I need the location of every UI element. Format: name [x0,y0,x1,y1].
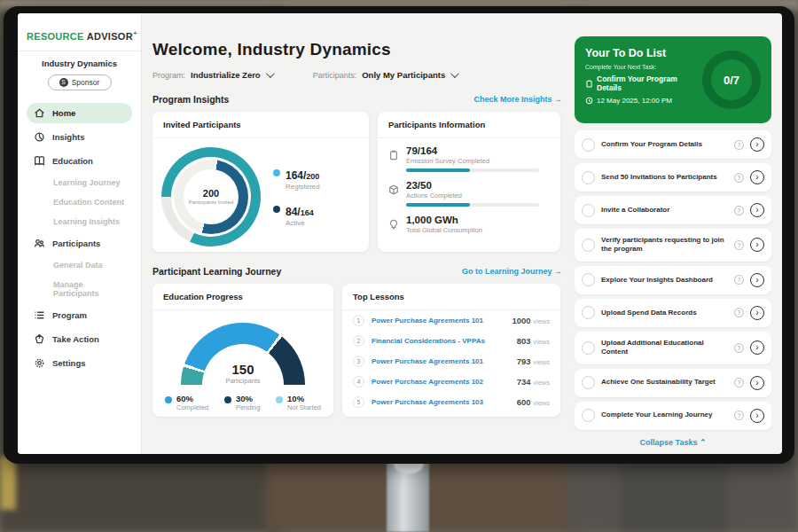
sponsor-badge[interactable]: S Sponsor [48,74,112,90]
task-checkbox[interactable] [582,306,595,319]
progress-track [406,168,539,172]
actions-icon [388,183,399,193]
lesson-rank: 2 [353,335,364,347]
lesson-row: 5 Power Purchase Agreements 103 600 view… [342,392,560,412]
help-icon[interactable]: ? [734,308,744,317]
help-icon[interactable]: ? [734,240,744,250]
dashboard-screen: RESOURCE ADVISOR+ Industry Dynamics S Sp… [18,13,782,454]
program-filter[interactable]: Program: Industrialize Zero [153,70,272,80]
todo-summary-card: Your To Do List Complete Your Next Task:… [575,36,771,123]
sidebar-item-education-content[interactable]: Education Content [27,193,132,211]
task-explore-insights[interactable]: Explore Your Insights Dashboard ? › [575,266,771,294]
legend-dot [224,396,231,403]
lesson-rank: 5 [353,396,364,408]
lesson-row: 4 Power Purchase Agreements 102 734 view… [342,372,560,392]
help-icon[interactable]: ? [734,275,744,285]
sidebar-item-home[interactable]: Home [27,103,132,123]
brand-logo: RESOURCE ADVISOR+ [27,29,132,42]
divider [18,51,141,51]
todo-summary-text: Your To Do List Complete Your Next Task:… [585,47,702,113]
sidebar-item-participants[interactable]: Participants [27,233,132,254]
chevron-right-icon[interactable]: › [750,273,764,287]
invited-card-body: 200 Participants Invited 164/200 Registe [153,138,369,252]
chevron-right-icon[interactable]: › [750,376,764,390]
gauge-label: Participants [181,377,305,385]
page-title: Welcome, Industry Dynamics [153,40,562,59]
help-icon[interactable]: ? [734,411,744,420]
filter-bar: Program: Industrialize Zero Participants… [153,70,562,80]
task-checkbox[interactable] [582,138,595,152]
help-icon[interactable]: ? [734,140,744,150]
chevron-right-icon[interactable]: › [750,306,764,320]
sidebar-item-program[interactable]: Program [27,305,132,325]
sidebar-item-label: Settings [52,358,85,368]
task-verify-participants[interactable]: Verify participants requesting to join t… [575,229,771,262]
task-label: Send 50 Invitations to Participants [601,173,728,182]
task-checkbox[interactable] [582,341,595,355]
invited-donut-chart: 200 Participants Invited [161,147,261,246]
go-to-learning-journey-link[interactable]: Go to Learning Journey → [462,267,562,276]
task-checkbox[interactable] [582,239,595,252]
task-checkbox[interactable] [582,171,595,184]
legend-dot [165,396,172,403]
legend-completed: 60% Completed [165,394,208,411]
participants-info-body: 79/164 Emission Survey Completed 23/50 A… [378,138,560,241]
chevron-right-icon[interactable]: › [750,137,764,152]
chevron-right-icon[interactable]: › [750,340,764,355]
program-filter-label: Program: [153,71,185,80]
task-invite-collaborator[interactable]: Invite a Collaborator ? › [575,196,771,224]
sidebar-item-general-data[interactable]: General Data [27,256,132,274]
task-checkbox[interactable] [582,273,595,286]
task-upload-educational-content[interactable]: Upload Additional Educational Content ? … [575,332,771,364]
sidebar-item-insights[interactable]: Insights [27,127,132,147]
clock-icon [585,97,593,105]
help-icon[interactable]: ? [734,378,744,387]
card-title: Top Lessons [342,284,560,310]
task-label: Explore Your Insights Dashboard [601,276,728,285]
lesson-link[interactable]: Power Purchase Agreements 101 [372,317,505,325]
lesson-link[interactable]: Financial Considerations - VPPAs [372,337,510,345]
sponsor-icon: S [59,78,68,87]
sidebar-item-take-action[interactable]: Take Action [27,329,132,349]
legend-label: Completed [176,403,208,411]
sidebar-item-education[interactable]: Education [27,151,132,171]
legend-pct: 10% [287,394,321,403]
legend-not-started: 10% Not Started [276,394,321,411]
sidebar-item-manage-participants[interactable]: Manage Participants [27,276,132,302]
task-label: Complete Your Learning Journey [601,411,728,419]
donut-ring-gap: 200 Participants Invited [171,157,251,237]
help-icon[interactable]: ? [734,173,744,183]
sidebar-item-learning-insights[interactable]: Learning Insights [27,213,132,231]
lightbulb-icon [388,217,399,228]
lesson-link[interactable]: Power Purchase Agreements 102 [372,378,510,386]
task-send-invitations[interactable]: Send 50 Invitations to Participants ? › [575,163,771,192]
insights-cards-row: Invited Participants 200 Participants In… [153,112,562,252]
lesson-link[interactable]: Power Purchase Agreements 103 [372,398,510,406]
task-upload-spend-data[interactable]: Upload Spend Data Records ? › [575,299,771,327]
task-checkbox[interactable] [582,409,595,422]
chevron-right-icon[interactable]: › [750,170,764,184]
task-confirm-program-details[interactable]: Confirm Your Program Details ? › [575,130,771,159]
participants-filter[interactable]: Participants: Only My Participants [313,70,458,80]
task-achieve-sustainability-target[interactable]: Achieve One Sustainability Target ? › [575,369,771,397]
legend-label: Pending [236,403,261,411]
help-icon[interactable]: ? [734,343,744,353]
collapse-tasks-link[interactable]: Collapse Tasks ⌃ [575,438,771,447]
chevron-right-icon[interactable]: › [750,203,764,217]
task-checkbox[interactable] [582,204,595,217]
chevron-right-icon[interactable]: › [750,238,764,252]
program-filter-value: Industrialize Zero [191,70,261,80]
task-checkbox[interactable] [582,376,595,389]
task-label: Invite a Collaborator [601,206,728,215]
sidebar-item-settings[interactable]: Settings [27,353,132,373]
check-more-insights-link[interactable]: Check More Insights → [473,95,562,104]
participants-information-card: Participants Information 79/164 Emission… [378,112,560,252]
chevron-right-icon[interactable]: › [750,409,764,423]
lesson-link[interactable]: Power Purchase Agreements 101 [372,357,510,365]
todo-next-task-label: Confirm Your Program Details [597,74,702,92]
task-complete-learning-journey[interactable]: Complete Your Learning Journey ? › [575,402,771,430]
chevron-down-icon [450,69,459,78]
sidebar-item-learning-journey[interactable]: Learning Journey [27,174,132,192]
help-icon[interactable]: ? [734,206,744,215]
list-icon [34,309,45,321]
